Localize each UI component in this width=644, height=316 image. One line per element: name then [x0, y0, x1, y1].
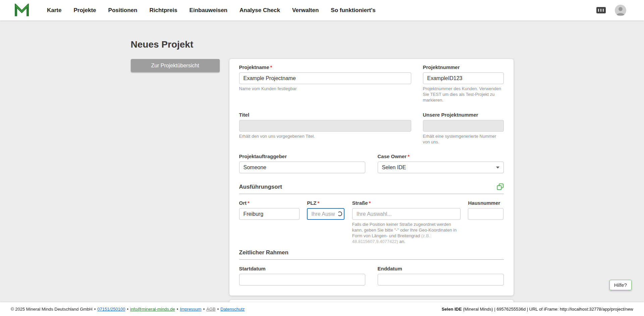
case-owner-label: Case Owner* [378, 153, 504, 159]
page-title: Neues Projekt [131, 39, 514, 50]
unsere-projektnummer-input [423, 120, 504, 132]
section-divider [239, 259, 504, 260]
field-strasse: Straße* Falls die Position keiner Straße… [352, 200, 461, 245]
enddatum-label: Enddatum [378, 266, 504, 271]
enddatum-input[interactable] [378, 274, 504, 286]
footer-separator: • [217, 307, 219, 312]
nav-item-karte[interactable]: Karte [47, 7, 61, 14]
projektnummer-input[interactable] [423, 72, 504, 84]
nav-item-richtpreis[interactable]: Richtpreis [149, 7, 177, 14]
plz-label: PLZ* [307, 200, 344, 206]
project-overview-button[interactable]: Zur Projektübersicht [131, 59, 220, 72]
field-startdatum: Startdatum [239, 266, 365, 286]
case-owner-selected-value: Selen IDE [382, 165, 406, 171]
required-asterisk: * [369, 200, 371, 206]
footer-impressum-link[interactable]: Impressum [180, 307, 201, 312]
footer-left: © 2025 Mineral Minds Deutschland GmbH • … [11, 307, 245, 312]
hausnummer-label: Hausnummer [468, 200, 503, 206]
unsere-projektnummer-hint: Erhält eine systemgenerierte Nummer von … [423, 134, 504, 145]
projektauftraggeber-input[interactable] [239, 162, 365, 173]
footer-separator: • [203, 307, 205, 312]
required-asterisk: * [248, 200, 250, 206]
field-hausnummer: Hausnummer [468, 200, 503, 245]
projektnummer-hint: Projektnummer des Kunden. Verwenden Sie … [423, 86, 504, 103]
field-projektauftraggeber: Projektauftraggeber [239, 153, 365, 173]
projektauftraggeber-label: Projektauftraggeber [239, 153, 365, 159]
nav-item-so-funktionierts[interactable]: So funktioniert's [331, 7, 375, 14]
copyright-text: © 2025 Mineral Minds Deutschland GmbH [11, 307, 93, 312]
field-unsere-projektnummer: Unsere Projektnummer Erhält eine systemg… [423, 112, 504, 145]
help-button[interactable]: Hilfe? [609, 280, 632, 290]
ort-label: Ort* [239, 200, 300, 206]
user-avatar[interactable] [615, 5, 626, 16]
strasse-hint: Falls die Position keiner Straße zugeord… [352, 222, 461, 245]
page-footer: © 2025 Mineral Minds Deutschland GmbH • … [0, 302, 644, 316]
copy-icon[interactable] [497, 183, 504, 190]
next-card-partial [229, 300, 514, 302]
main-navigation: Karte Projekte Positionen Richtpreis Ein… [47, 7, 376, 14]
startdatum-input[interactable] [239, 274, 365, 286]
section-title-zeitlicher-rahmen: Zeitlicher Rahmen [239, 249, 288, 256]
field-plz: PLZ* [307, 200, 344, 245]
nav-item-projekte[interactable]: Projekte [73, 7, 96, 14]
field-ort: Ort* [239, 200, 300, 245]
field-projektname: Projektname* Name vom Kunden festlegbar [239, 64, 411, 103]
footer-separator: • [127, 307, 128, 312]
server-icon[interactable] [596, 7, 606, 14]
navbar-right [596, 5, 626, 16]
required-asterisk: * [318, 200, 320, 206]
new-project-form-card: Projektname* Name vom Kunden festlegbar … [229, 59, 514, 296]
section-divider [239, 194, 504, 194]
titel-input [239, 120, 411, 132]
unsere-projektnummer-label: Unsere Projektnummer [423, 112, 504, 118]
mineral-minds-logo[interactable] [15, 4, 29, 17]
footer-phone-link[interactable]: 07151/250100 [97, 307, 125, 312]
required-asterisk: * [270, 64, 272, 70]
top-navbar: Karte Projekte Positionen Richtpreis Ein… [0, 0, 644, 20]
session-user: Selen IDE [442, 307, 462, 312]
section-title-ausfuehrungsort: Ausführungsort [239, 184, 282, 190]
loading-spinner-icon [337, 211, 342, 216]
field-case-owner: Case Owner* Selen IDE [378, 153, 504, 173]
projektname-hint: Name vom Kunden festlegbar [239, 86, 411, 92]
projektnummer-label: Projektnummer [423, 64, 504, 70]
ort-input[interactable] [239, 208, 300, 220]
projektname-label: Projektname* [239, 64, 411, 70]
footer-agb-link[interactable]: AGB [206, 307, 215, 312]
person-icon [615, 5, 626, 16]
left-column: Zur Projektübersicht [131, 59, 220, 72]
nav-item-positionen[interactable]: Positionen [108, 7, 138, 14]
projektname-input[interactable] [239, 72, 411, 84]
field-titel: Titel Erhält den von uns vorgegebenen Ti… [239, 112, 411, 145]
strasse-label: Straße* [352, 200, 461, 206]
nav-item-analyse-check[interactable]: Analyse Check [239, 7, 280, 14]
strasse-input[interactable] [352, 208, 461, 220]
footer-separator: • [94, 307, 96, 312]
titel-hint: Erhält den von uns vorgegebenen Titel. [239, 134, 411, 139]
footer-email-link[interactable]: info@mineral-minds.de [130, 307, 175, 312]
main-content: Neues Projekt Zur Projektübersicht Proje… [0, 20, 644, 302]
hausnummer-input[interactable] [468, 208, 503, 220]
nav-item-einbauweisen[interactable]: Einbauweisen [190, 7, 227, 14]
field-enddatum: Enddatum [378, 266, 504, 286]
required-asterisk: * [408, 153, 410, 159]
session-details: (Mineral Minds) | 69576255536d | URL of … [462, 307, 633, 312]
startdatum-label: Startdatum [239, 266, 365, 271]
field-projektnummer: Projektnummer Projektnummer des Kunden. … [423, 64, 504, 103]
footer-session-info: Selen IDE (Mineral Minds) | 69576255536d… [442, 307, 633, 312]
chevron-down-icon [496, 167, 499, 169]
titel-label: Titel [239, 112, 411, 118]
logo-m-icon [15, 4, 29, 17]
footer-datenschutz-link[interactable]: Datenschutz [220, 307, 245, 312]
nav-item-verwalten[interactable]: Verwalten [292, 7, 319, 14]
footer-separator: • [177, 307, 178, 312]
case-owner-select[interactable]: Selen IDE [378, 162, 504, 173]
